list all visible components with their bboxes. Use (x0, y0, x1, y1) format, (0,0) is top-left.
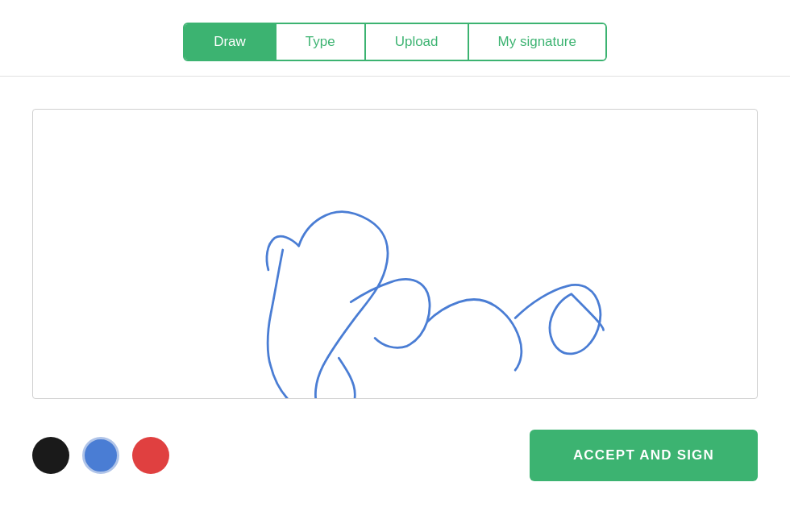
color-swatch-red[interactable] (132, 437, 169, 474)
color-swatches (32, 437, 169, 474)
tab-bar: Draw Type Upload My signature (183, 23, 607, 61)
tab-my-signature[interactable]: My signature (469, 24, 605, 60)
section-divider (0, 76, 790, 77)
color-swatch-black[interactable] (32, 437, 69, 474)
tab-draw[interactable]: Draw (185, 24, 276, 60)
bottom-bar: ACCEPT AND SIGN (32, 430, 758, 481)
signature-canvas[interactable] (32, 109, 758, 399)
color-swatch-blue[interactable] (82, 437, 119, 474)
tab-upload[interactable]: Upload (366, 24, 469, 60)
tab-type[interactable]: Type (276, 24, 366, 60)
accept-and-sign-button[interactable]: ACCEPT AND SIGN (530, 430, 758, 481)
